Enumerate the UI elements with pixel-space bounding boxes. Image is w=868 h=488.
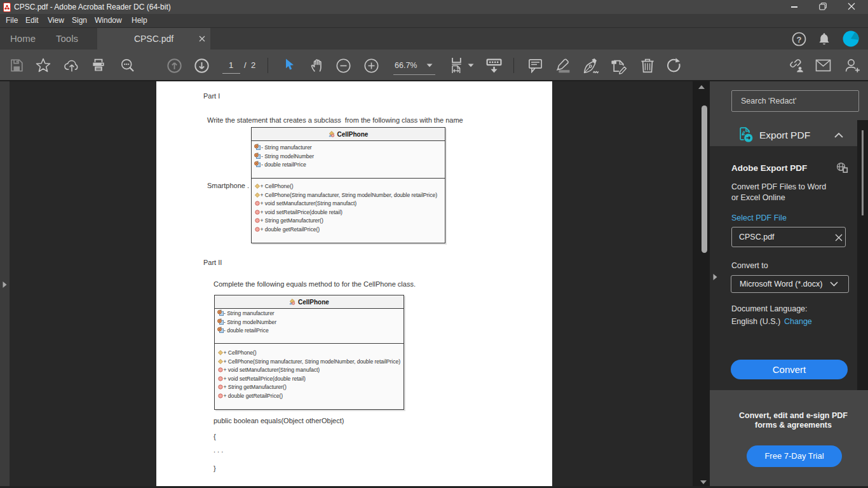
svg-text:?: ? <box>797 35 802 44</box>
